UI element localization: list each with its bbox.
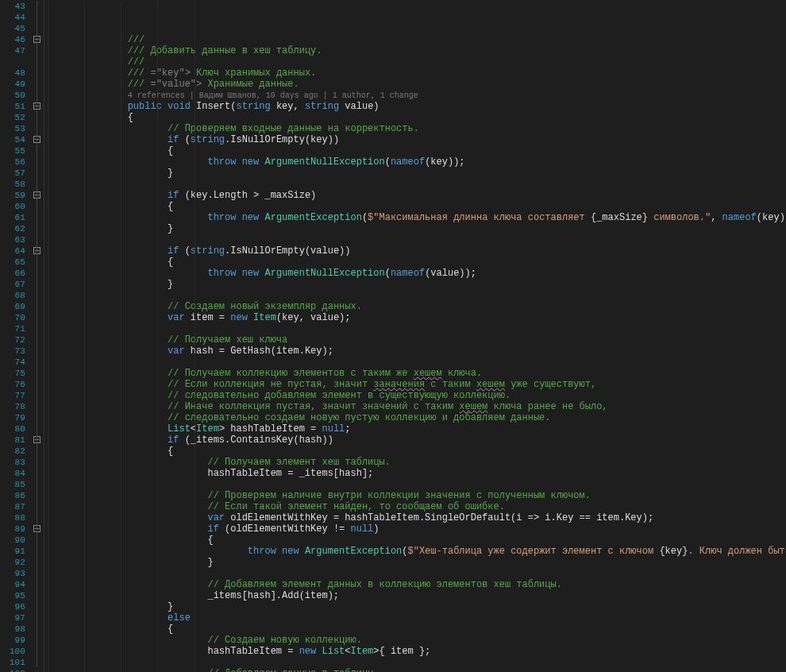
code-line: hashTableItem = new List<Item>{ item }; [48, 646, 786, 657]
line-number[interactable]: 84 [10, 468, 25, 479]
line-number[interactable]: 72 [10, 334, 25, 346]
line-number[interactable]: 96 [10, 601, 25, 612]
code-line: } [48, 168, 786, 179]
code-line: /// ="key"> Ключ хранимых данных. [48, 68, 786, 79]
code-line [48, 323, 786, 334]
line-number[interactable]: 99 [10, 635, 25, 646]
code-line: // Проверяем входные данные на корректно… [48, 123, 786, 134]
line-number[interactable]: 65 [10, 257, 25, 268]
code-line: /// ="value"> Хранимые данные. [48, 79, 786, 90]
code-line [48, 479, 786, 490]
code-line [48, 290, 786, 301]
code-line: var item = new Item(key, value); [48, 312, 786, 323]
code-line: // Добавляем данные в таблицу. [48, 668, 786, 672]
line-number[interactable]: 88 [10, 512, 25, 523]
line-number[interactable]: 75 [10, 368, 25, 379]
line-number[interactable]: 54 [10, 134, 25, 145]
code-lens[interactable]: 4 references | Вадим Шванов, 10 days ago… [48, 90, 786, 101]
line-number[interactable]: 59 [10, 190, 25, 201]
line-number[interactable]: 95 [10, 590, 25, 601]
line-number[interactable]: 56 [10, 156, 25, 168]
code-line: { [48, 446, 786, 457]
line-number[interactable]: 83 [10, 457, 25, 468]
line-number[interactable]: 58 [10, 179, 25, 190]
code-line: // Проверяем наличие внутри коллекции зн… [48, 490, 786, 501]
line-number[interactable]: 46 [10, 34, 25, 45]
code-line: var hash = GetHash(item.Key); [48, 346, 786, 357]
line-number[interactable]: 74 [10, 357, 25, 368]
line-number[interactable]: 82 [10, 446, 25, 457]
line-number[interactable]: 70 [10, 312, 25, 323]
line-number[interactable]: 45 [10, 23, 25, 34]
line-number[interactable]: 63 [10, 234, 25, 245]
line-number[interactable]: 73 [10, 346, 25, 357]
line-number[interactable]: 90 [10, 535, 25, 546]
line-number[interactable]: 61 [10, 212, 25, 223]
code-line: { [48, 112, 786, 123]
code-line: public void Insert(string key, string va… [48, 101, 786, 112]
line-number[interactable]: 93 [10, 568, 25, 579]
fold-column[interactable] [30, 0, 44, 672]
line-number[interactable]: 92 [10, 557, 25, 568]
line-number[interactable]: 57 [10, 168, 25, 179]
code-line: if (string.IsNullOrEmpty(value)) [48, 245, 786, 257]
code-line: { [48, 535, 786, 546]
line-number[interactable]: 43 [10, 1, 25, 12]
line-number[interactable]: 78 [10, 401, 25, 412]
line-number[interactable]: 79 [10, 412, 25, 423]
code-line: if (key.Length > _maxSize) [48, 190, 786, 201]
line-number[interactable]: 102 [10, 668, 25, 672]
line-number[interactable]: 68 [10, 290, 25, 301]
line-number[interactable]: 87 [10, 501, 25, 512]
line-number[interactable]: 101 [10, 657, 25, 668]
code-line: // Добавляем элемент данных в коллекцию … [48, 579, 786, 590]
line-number[interactable]: 71 [10, 323, 25, 334]
line-number[interactable]: 44 [10, 12, 25, 23]
code-editor[interactable]: 4344454647484950515253545556575859606162… [0, 0, 786, 672]
line-number[interactable]: 77 [10, 390, 25, 401]
line-number[interactable]: 48 [10, 68, 25, 79]
line-number[interactable]: 85 [10, 479, 25, 490]
code-line: // Создаем новый экземпляр данных. [48, 301, 786, 312]
code-line: // Если коллекция не пустая, значит зана… [48, 379, 786, 390]
line-number[interactable]: 98 [10, 624, 25, 635]
line-number[interactable]: 80 [10, 423, 25, 434]
line-number[interactable]: 89 [10, 523, 25, 535]
line-number[interactable]: 94 [10, 579, 25, 590]
code-line: throw new ArgumentNullException(nameof(k… [48, 156, 786, 168]
line-number-gutter[interactable]: 4344454647484950515253545556575859606162… [0, 0, 30, 672]
line-number[interactable]: 97 [10, 612, 25, 624]
line-number[interactable]: 100 [10, 646, 25, 657]
code-line: { [48, 624, 786, 635]
code-line: throw new ArgumentException($"Максимальн… [48, 212, 786, 223]
line-number[interactable]: 52 [10, 112, 25, 123]
line-number[interactable]: 66 [10, 268, 25, 279]
code-line: { [48, 201, 786, 212]
code-line: // Получаем элемент хеш таблицы. [48, 457, 786, 468]
code-content[interactable]: /// /// Добавить данные в хеш таблицу. /… [44, 0, 786, 672]
code-line: /// Добавить данные в хеш таблицу. [48, 45, 786, 56]
code-line: _items[hash].Add(item); [48, 590, 786, 601]
line-number[interactable]: 69 [10, 301, 25, 312]
line-number[interactable]: 50 [10, 90, 25, 101]
line-number[interactable]: 91 [10, 546, 25, 557]
line-number[interactable]: 81 [10, 434, 25, 446]
code-line: } [48, 279, 786, 290]
line-number[interactable]: 76 [10, 379, 25, 390]
code-line [48, 357, 786, 368]
line-number[interactable]: 67 [10, 279, 25, 290]
line-number[interactable]: 86 [10, 490, 25, 501]
line-number[interactable]: 55 [10, 145, 25, 156]
line-number[interactable]: 60 [10, 201, 25, 212]
line-number[interactable]: 51 [10, 101, 25, 112]
code-line: } [48, 557, 786, 568]
code-line: } [48, 601, 786, 612]
line-number[interactable]: 53 [10, 123, 25, 134]
line-number[interactable]: 49 [10, 79, 25, 90]
line-number[interactable] [10, 56, 25, 68]
code-line: { [48, 145, 786, 156]
line-number[interactable]: 62 [10, 223, 25, 234]
line-number[interactable]: 47 [10, 45, 25, 56]
code-line [48, 657, 786, 668]
line-number[interactable]: 64 [10, 245, 25, 257]
